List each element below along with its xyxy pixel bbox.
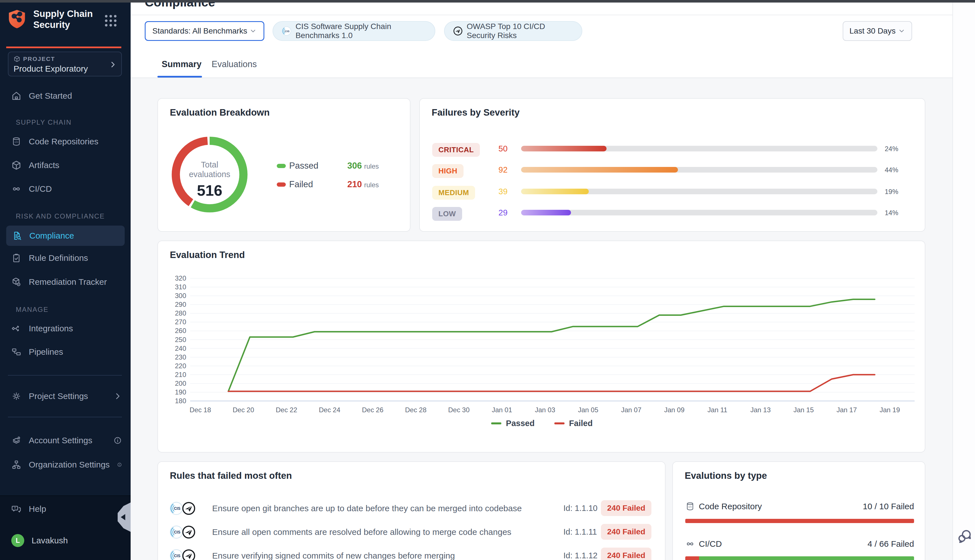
- svg-text:Jan 19: Jan 19: [880, 406, 900, 414]
- chat-help-widget-icon[interactable]: [957, 528, 973, 544]
- sidebar-item-code-repositories[interactable]: </> Code Repositories: [11, 133, 99, 150]
- severity-count: 39: [490, 187, 516, 196]
- chevron-down-icon: [898, 27, 905, 35]
- sidebar-item-artifacts[interactable]: Artifacts: [11, 157, 59, 174]
- right-rail: [952, 3, 975, 560]
- filter-chip-owasp-top10[interactable]: OWASP Top 10 CI/CD Security Risks: [444, 21, 582, 41]
- sidebar-item-account-settings[interactable]: Account Settings: [11, 432, 122, 449]
- sidebar-item-project-settings[interactable]: Project Settings: [11, 388, 122, 405]
- rule-row[interactable]: CIS Ensure open git branches are up to d…: [158, 498, 666, 519]
- sidebar-item-organization-settings[interactable]: Organization Settings: [11, 456, 122, 473]
- severity-bar: [521, 146, 877, 152]
- failed-count-badge: 240 Failed: [601, 548, 651, 560]
- chevron-right-icon: [109, 61, 117, 68]
- info-icon[interactable]: [114, 436, 122, 445]
- svg-text:260: 260: [175, 327, 186, 334]
- legend-item-passed: Passed 306rules: [277, 160, 398, 172]
- sidebar-item-integrations[interactable]: Integrations: [11, 320, 73, 337]
- sidebar-footer: ? Help L Lavakush: [0, 496, 130, 560]
- card-title: Failures by Severity: [432, 107, 520, 118]
- trend-legend: Passed Failed: [158, 419, 926, 428]
- passed-rules-count: 306rules: [347, 161, 398, 171]
- help-chat-icon: ?: [11, 504, 22, 514]
- rule-text: Ensure all open comments are resolved be…: [212, 527, 545, 537]
- chevron-right-icon: [114, 392, 122, 400]
- passed-line-marker: [491, 422, 501, 424]
- failed-count-badge: 240 Failed: [601, 500, 651, 516]
- remediation-cube-wrench-icon: [11, 277, 22, 287]
- sidebar-item-pipelines[interactable]: Pipelines: [11, 343, 63, 360]
- tab-evaluations[interactable]: Evaluations: [212, 59, 257, 69]
- severity-row-medium: MEDIUM 39 19%: [420, 183, 926, 200]
- sidebar-user[interactable]: L Lavakush: [11, 532, 68, 549]
- svg-text:Dec 26: Dec 26: [362, 406, 383, 414]
- rule-id: Id: 1.1.12: [563, 551, 598, 560]
- rule-row[interactable]: CIS Ensure verifying signed commits of n…: [158, 546, 666, 560]
- svg-text:230: 230: [175, 353, 186, 361]
- sidebar-item-remediation-tracker[interactable]: Remediation Tracker: [11, 273, 107, 290]
- type-progress-bar: [685, 556, 914, 560]
- svg-text:Jan 13: Jan 13: [750, 406, 771, 414]
- cis-logo-icon: CIS: [169, 549, 184, 560]
- sidebar-divider: [8, 417, 122, 417]
- cis-logo-icon: CIS: [169, 502, 184, 515]
- svg-text:CIS: CIS: [285, 30, 290, 33]
- header-divider: [130, 15, 952, 15]
- card-evaluation-trend: Evaluation Trend 32031030029028027026025…: [157, 240, 925, 453]
- app-switcher-grid-icon[interactable]: [105, 15, 117, 27]
- svg-text:220: 220: [175, 362, 186, 370]
- sidebar-item-cicd[interactable]: CI/CD: [11, 180, 52, 197]
- user-avatar: L: [11, 534, 24, 547]
- sidebar-item-compliance[interactable]: Compliance: [6, 226, 125, 246]
- sidebar-item-help[interactable]: ? Help: [11, 500, 46, 517]
- supply-chain-security-logo-icon: [6, 8, 28, 30]
- svg-text:300: 300: [175, 292, 186, 300]
- svg-text:320: 320: [175, 274, 186, 282]
- svg-text:Dec 18: Dec 18: [190, 406, 211, 414]
- svg-text:Jan 05: Jan 05: [578, 406, 598, 414]
- svg-text:210: 210: [175, 371, 186, 378]
- severity-percent: 44%: [885, 166, 898, 174]
- cis-logo-icon: CIS: [169, 525, 184, 539]
- evaluation-trend-chart: 3203103002902802702602502402302202102001…: [167, 271, 923, 423]
- sidebar-divider: [8, 375, 122, 376]
- info-icon[interactable]: [117, 460, 122, 469]
- rule-row[interactable]: CIS Ensure all open comments are resolve…: [158, 522, 666, 543]
- brand-title: Supply Chain Security: [33, 8, 93, 30]
- svg-text:Jan 03: Jan 03: [535, 406, 555, 414]
- rule-text: Ensure open git branches are up to date …: [212, 503, 545, 513]
- filter-chip-cis-benchmarks[interactable]: CIS CIS Software Supply Chain Benchmarks…: [272, 21, 435, 41]
- compliance-document-search-icon: [12, 231, 22, 241]
- type-failed-count: 10 / 10 Failed: [863, 502, 914, 511]
- svg-text:200: 200: [175, 380, 186, 387]
- svg-text:240: 240: [175, 345, 186, 352]
- svg-text:280: 280: [175, 309, 186, 317]
- date-range-dropdown[interactable]: Last 30 Days: [843, 21, 912, 41]
- standards-filter-dropdown[interactable]: Standards: All Benchmarks: [145, 21, 264, 41]
- tabs-divider: [130, 78, 952, 78]
- svg-text:Dec 22: Dec 22: [275, 406, 297, 414]
- tab-summary[interactable]: Summary: [162, 59, 202, 69]
- project-selector[interactable]: PROJECT Product Exploratory: [8, 52, 122, 77]
- sidebar-item-get-started[interactable]: Get Started: [11, 87, 72, 104]
- svg-text:Dec 28: Dec 28: [405, 406, 427, 414]
- account-layers-icon: [11, 435, 22, 445]
- owasp-logo-icon: [182, 502, 196, 515]
- home-icon: [11, 91, 22, 101]
- sidebar-item-rule-definitions[interactable]: Rule Definitions: [11, 250, 88, 267]
- type-failed-count: 4 / 66 Failed: [868, 539, 914, 549]
- severity-percent: 14%: [885, 209, 898, 217]
- pipelines-icon: [11, 347, 22, 357]
- svg-text:</>: </>: [688, 506, 692, 508]
- svg-text:CIS: CIS: [174, 530, 180, 534]
- legend-item-failed[interactable]: Failed: [554, 419, 593, 428]
- legend-item-passed[interactable]: Passed: [491, 419, 534, 428]
- svg-text:Jan 15: Jan 15: [793, 406, 814, 414]
- failed-count-badge: 240 Failed: [601, 524, 651, 540]
- severity-count: 92: [490, 165, 516, 175]
- total-evaluations-value: 516: [169, 182, 250, 199]
- card-rules-failed-most-often: Rules that failed most often CIS Ensure …: [157, 461, 666, 560]
- app-root: Supply Chain Security PROJECT Product Ex…: [0, 0, 975, 560]
- section-manage: MANAGE: [16, 306, 48, 313]
- cis-logo-icon: CIS: [282, 25, 291, 37]
